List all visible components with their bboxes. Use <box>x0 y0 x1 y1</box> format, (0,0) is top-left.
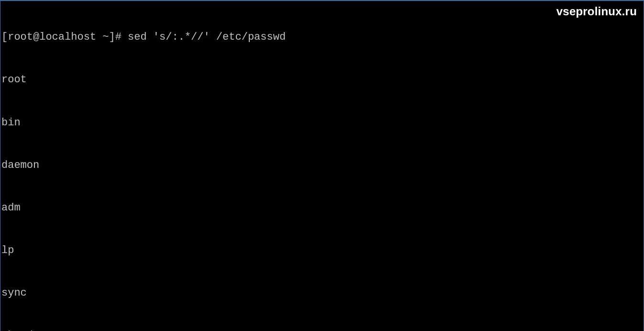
terminal-window[interactable]: [root@localhost ~]# sed 's/:.*//' /etc/p… <box>0 1 644 331</box>
watermark-label: vseprolinux.ru <box>556 4 637 19</box>
output-line: sync <box>1 286 644 300</box>
output-line: adm <box>1 201 644 215</box>
output-line: bin <box>1 116 644 130</box>
output-line: daemon <box>1 158 644 173</box>
output-line: root <box>1 73 644 87</box>
output-line: lp <box>1 243 644 258</box>
output-line: shutdown <box>1 329 644 331</box>
shell-prompt-line: [root@localhost ~]# sed 's/:.*//' /etc/p… <box>1 30 644 44</box>
